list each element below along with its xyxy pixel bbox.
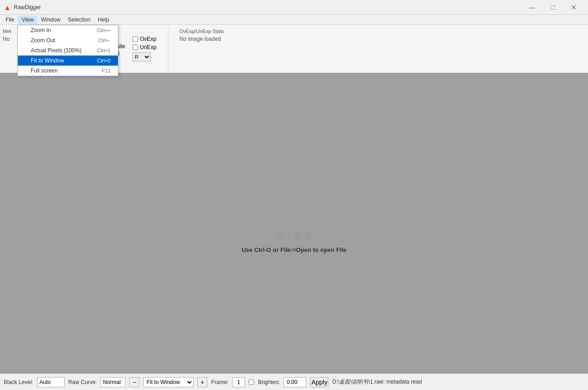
raw-curve-label: Raw Curve: bbox=[68, 379, 97, 385]
ovexp-option[interactable]: OvExp bbox=[133, 36, 156, 42]
frame-input[interactable] bbox=[232, 377, 245, 387]
display-checkboxes: OvExp UnExp R G B G2 bbox=[133, 36, 156, 61]
frame-label: Frame: bbox=[211, 379, 228, 385]
apply-button[interactable]: Apply bbox=[310, 377, 328, 387]
zoom-out-label: Zoom Out bbox=[31, 37, 55, 44]
brighten-label: Brighten: bbox=[258, 379, 280, 385]
minus-button[interactable]: − bbox=[129, 377, 139, 387]
fit-to-window-shortcut: Ctrl+0 bbox=[97, 58, 111, 63]
black-level-label: Black Level: bbox=[4, 379, 33, 385]
meta-content: No bbox=[3, 36, 17, 42]
file-path: D:\桌面\说明书\1.raw: metadata read bbox=[332, 378, 422, 386]
title-controls: — □ ✕ bbox=[521, 0, 584, 15]
menu-selection[interactable]: Selection bbox=[64, 16, 94, 24]
plus-button[interactable]: + bbox=[197, 377, 207, 387]
menu-help[interactable]: Help bbox=[94, 16, 113, 24]
canvas-message: Use Ctrl-O or File->Open to open File bbox=[242, 246, 347, 253]
close-button[interactable]: ✕ bbox=[563, 0, 584, 15]
zoom-in-label: Zoom In bbox=[31, 27, 51, 33]
watermark: 安下载器 anxz.com bbox=[266, 183, 322, 250]
meta-label: Met bbox=[3, 28, 17, 34]
channel-row: R G B G2 bbox=[133, 52, 156, 61]
title-text: RawDigger bbox=[14, 4, 41, 11]
menu-bar: File View Window Selection Help bbox=[0, 15, 588, 25]
actual-pixels-shortcut: Ctrl+1 bbox=[97, 48, 111, 53]
unexp-checkbox[interactable] bbox=[133, 45, 138, 50]
brighten-checkbox[interactable] bbox=[249, 379, 254, 385]
black-level-input[interactable] bbox=[37, 377, 65, 387]
title-left: ▲ RawDigger bbox=[4, 4, 41, 11]
unexp-option[interactable]: UnExp bbox=[133, 44, 156, 50]
view-dropdown: Zoom In Ctrl++ Zoom Out Ctrl+- Actual Pi… bbox=[17, 25, 118, 76]
fit-to-window-select[interactable]: Fit to Window 25% 50% 100% 200% bbox=[143, 377, 194, 387]
menu-file[interactable]: File bbox=[2, 16, 18, 24]
fit-to-window-label: Fit to Window bbox=[31, 57, 64, 64]
channel-select[interactable]: R G B G2 bbox=[133, 52, 151, 61]
zoom-in-shortcut: Ctrl++ bbox=[97, 28, 111, 33]
status-bar: Black Level: Raw Curve: − Fit to Window … bbox=[0, 373, 588, 390]
menu-zoom-out[interactable]: Zoom Out Ctrl+- bbox=[18, 35, 118, 45]
no-image-loaded: No image loaded bbox=[179, 36, 255, 42]
actual-pixels-label: Actual Pixels (100%) bbox=[31, 47, 82, 54]
full-screen-shortcut: F11 bbox=[102, 68, 111, 73]
ovexp-stats-label: OvExp/UnExp Stats bbox=[179, 28, 255, 34]
menu-window[interactable]: Window bbox=[37, 16, 64, 24]
menu-full-screen[interactable]: Full screen F11 bbox=[18, 66, 118, 76]
ovexp-checkbox[interactable] bbox=[133, 36, 138, 42]
ovexp-label: OvExp bbox=[140, 36, 156, 42]
raw-curve-input[interactable] bbox=[100, 377, 126, 387]
ovexp-stats-section: OvExp/UnExp Stats No image loaded bbox=[176, 27, 258, 71]
app-icon: ▲ bbox=[4, 4, 11, 11]
brighten-input[interactable] bbox=[283, 377, 306, 387]
menu-view[interactable]: View bbox=[18, 16, 37, 24]
menu-fit-to-window[interactable]: Fit to Window Ctrl+0 bbox=[18, 56, 118, 66]
full-screen-label: Full screen bbox=[31, 67, 58, 74]
main-canvas: 安下载器 anxz.com Use Ctrl-O or File->Open t… bbox=[0, 73, 588, 373]
zoom-out-shortcut: Ctrl+- bbox=[98, 38, 111, 43]
minimize-button[interactable]: — bbox=[521, 0, 542, 15]
maximize-button[interactable]: □ bbox=[542, 0, 563, 15]
title-bar: ▲ RawDigger — □ ✕ bbox=[0, 0, 588, 15]
svg-point-0 bbox=[288, 199, 300, 210]
menu-zoom-in[interactable]: Zoom In Ctrl++ bbox=[18, 25, 118, 35]
unexp-label: UnExp bbox=[140, 44, 156, 50]
menu-actual-pixels[interactable]: Actual Pixels (100%) Ctrl+1 bbox=[18, 45, 118, 56]
